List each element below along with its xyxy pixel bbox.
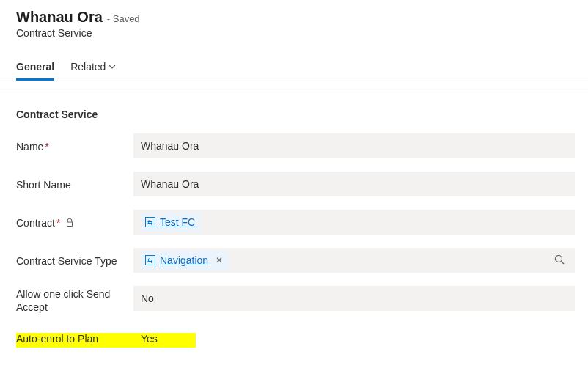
tab-divider: [0, 81, 588, 81]
entity-name: Contract Service: [16, 27, 575, 39]
tab-related-label: Related: [70, 61, 106, 73]
remove-icon[interactable]: ✕: [216, 255, 223, 265]
label-auto-enrol: Auto-enrol to Plan: [16, 333, 133, 345]
label-contract: Contract*: [16, 215, 133, 229]
value-allow-one-click: No: [141, 293, 154, 304]
row-auto-enrol: Auto-enrol to Plan Yes: [16, 333, 575, 345]
row-name: Name* Whanau Ora: [16, 133, 575, 158]
tab-general[interactable]: General: [16, 56, 54, 81]
section-divider: [0, 92, 588, 92]
tab-general-label: General: [16, 61, 54, 73]
label-short-name: Short Name: [16, 177, 133, 191]
value-name: Whanau Ora: [141, 140, 199, 152]
required-indicator: *: [56, 217, 60, 229]
input-contract: ⇆ Test FC: [133, 210, 575, 235]
value-short-name: Whanau Ora: [141, 178, 199, 190]
row-service-type: Contract Service Type ⇆ Navigation ✕: [16, 248, 575, 273]
section-heading: Contract Service: [16, 109, 575, 120]
input-allow-one-click[interactable]: No: [133, 286, 575, 311]
form: Name* Whanau Ora Short Name Whanau Ora C…: [16, 133, 575, 345]
row-allow-one-click: Allow one click Send Accept No: [16, 286, 575, 314]
record-header: Whanau Ora - Saved: [16, 9, 575, 26]
label-service-type: Contract Service Type: [16, 253, 133, 268]
row-short-name: Short Name Whanau Ora: [16, 172, 575, 196]
lock-icon: [66, 219, 73, 228]
lookup-tag-service-type[interactable]: ⇆ Navigation ✕: [141, 251, 229, 270]
save-status: - Saved: [107, 13, 140, 24]
search-icon[interactable]: [554, 254, 567, 267]
input-short-name[interactable]: Whanau Ora: [133, 172, 575, 196]
tab-bar: General Related: [16, 56, 575, 81]
label-allow-one-click: Allow one click Send Accept: [16, 286, 133, 314]
svg-point-0: [556, 255, 562, 262]
page-title: Whanau Ora: [16, 9, 103, 26]
row-contract: Contract* ⇆ Test FC: [16, 210, 575, 235]
value-service-type: Navigation: [160, 254, 208, 266]
input-name[interactable]: Whanau Ora: [133, 133, 575, 158]
label-name: Name*: [16, 139, 133, 153]
tab-related[interactable]: Related: [70, 56, 116, 81]
chevron-down-icon: [109, 61, 116, 73]
input-service-type[interactable]: ⇆ Navigation ✕: [133, 248, 575, 273]
entity-icon: ⇆: [145, 255, 155, 265]
entity-icon: ⇆: [145, 217, 155, 227]
lookup-tag-contract[interactable]: ⇆ Test FC: [141, 213, 201, 232]
value-auto-enrol[interactable]: Yes: [133, 333, 158, 345]
value-contract: Test FC: [160, 216, 195, 228]
svg-line-1: [562, 261, 565, 264]
required-indicator: *: [45, 141, 48, 153]
